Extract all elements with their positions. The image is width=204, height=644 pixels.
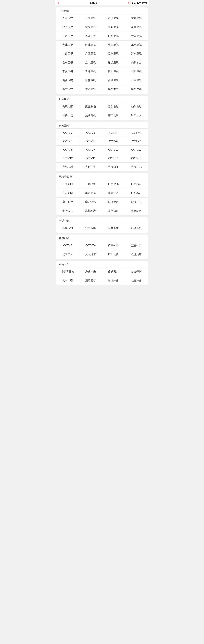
grid-item[interactable]: 深圳卫视 <box>125 23 148 32</box>
grid-item[interactable]: 酒吧慢摇 <box>79 276 102 285</box>
grid-item[interactable]: 央视军事 <box>79 162 102 172</box>
grid-item[interactable]: 广州少儿 <box>102 180 125 189</box>
grid-item[interactable]: 河北卫视 <box>79 40 102 50</box>
grid-item[interactable]: 安徽卫视 <box>79 23 102 32</box>
grid-item[interactable]: CCTV7 <box>125 137 148 146</box>
grid-item[interactable]: 东方卫视 <box>125 14 148 23</box>
grid-item[interactable]: 陕西卫视 <box>125 67 148 76</box>
grid-item[interactable]: 动作电影 <box>125 102 148 111</box>
grid-item[interactable]: 嘉兴综合 <box>125 206 148 215</box>
grid-item[interactable]: 云南卫视 <box>125 76 148 85</box>
grid-item[interactable]: 华龙直播盒 <box>56 268 79 276</box>
grid-item[interactable]: 江西卫视 <box>56 32 79 40</box>
grid-item[interactable]: 北京卫视 <box>56 23 79 32</box>
grid-item[interactable]: 青海卫视 <box>79 67 102 76</box>
grid-item[interactable]: 央视电影 <box>56 102 79 111</box>
grid-item[interactable]: 吉林卫视 <box>56 58 79 67</box>
grid-item[interactable]: 广西卫视 <box>79 50 102 58</box>
grid-item[interactable]: 都市剧场 <box>102 111 125 120</box>
grid-item[interactable]: 汽车大碟 <box>56 276 79 285</box>
grid-item[interactable]: 重庆卫视 <box>102 40 125 50</box>
grid-item[interactable]: 温州经济 <box>79 206 102 215</box>
grid-item[interactable]: CCTV5+ <box>79 241 102 250</box>
grid-item[interactable]: 凤凰资讯 <box>125 85 148 94</box>
grid-item[interactable]: CCTV4 <box>125 128 148 137</box>
grid-item[interactable]: 深圳都市 <box>102 198 125 206</box>
grid-item[interactable]: CCTV5 <box>56 241 79 250</box>
grid-item[interactable]: 经典大片 <box>125 111 148 120</box>
grid-item[interactable]: 广州经济 <box>79 180 102 189</box>
grid-item[interactable]: CCTV8 <box>56 146 79 154</box>
grid-item[interactable]: 北京体育 <box>56 250 79 259</box>
grid-item[interactable]: 广州竞赛 <box>102 250 125 259</box>
grid-item[interactable]: 喜剧电影 <box>102 102 125 111</box>
grid-item[interactable]: 嘉佳卡通 <box>56 224 79 233</box>
grid-item[interactable]: CCTV12 <box>56 154 79 162</box>
grid-item[interactable]: 伤感男人 <box>102 268 125 276</box>
grid-item[interactable]: CCTV3 <box>102 128 125 137</box>
grid-item[interactable]: 宁夏卫视 <box>56 67 79 76</box>
grid-item[interactable]: CCTV14 <box>102 154 125 162</box>
grid-item[interactable]: 金鹰卡通 <box>102 224 125 233</box>
grid-item[interactable]: 央视新闻 <box>102 162 125 172</box>
grid-item[interactable]: CCTV15 <box>125 154 148 162</box>
grid-item[interactable]: 发烧慢摇 <box>125 268 148 276</box>
grid-item[interactable]: 甘肃卫视 <box>56 50 79 58</box>
grid-item[interactable]: 五星体育 <box>125 241 148 250</box>
grid-item[interactable]: 广东卫视 <box>102 32 125 40</box>
grid-item[interactable]: 经典剧场 <box>56 111 79 120</box>
grid-item[interactable]: 风云足球 <box>79 250 102 259</box>
grid-item[interactable]: 辽宁卫视 <box>79 58 102 67</box>
grid-item[interactable]: 南方综艺 <box>79 198 102 206</box>
grid-item[interactable]: 湖北卫视 <box>56 40 79 50</box>
grid-item[interactable]: 央视音乐 <box>56 162 79 172</box>
grid-item[interactable]: 炫动卡通 <box>125 224 148 233</box>
grid-item[interactable]: 广东新闻 <box>56 189 79 198</box>
grid-item[interactable]: CCTV2 <box>79 128 102 137</box>
grid-item[interactable]: 内蒙古台 <box>125 58 148 67</box>
grid-item[interactable]: 广东体育 <box>102 241 125 250</box>
grid-item[interactable]: CCTV1 <box>56 128 79 137</box>
grid-item[interactable]: 贵州卫视 <box>102 50 125 58</box>
grid-item[interactable]: 河南卫视 <box>125 50 148 58</box>
grid-item[interactable]: 央视少儿 <box>125 162 148 172</box>
grid-item[interactable]: 金华公共 <box>56 206 79 215</box>
grid-item[interactable]: 黑龙江台 <box>79 32 102 40</box>
grid-item[interactable]: 欧洲足球 <box>125 250 148 259</box>
grid-item[interactable]: 山西卫视 <box>56 76 79 85</box>
grid-item[interactable]: CCTV10 <box>102 146 125 154</box>
grid-item[interactable]: CCTV9 <box>79 146 102 154</box>
grid-item[interactable]: 浙江卫视 <box>102 14 125 23</box>
grid-item[interactable]: CCTV11 <box>125 146 148 154</box>
grid-item[interactable]: 温州都市 <box>102 206 125 215</box>
grid-item[interactable]: CCTV6 <box>102 137 125 146</box>
grid-item[interactable]: 广东珠江 <box>125 189 148 198</box>
grid-item[interactable]: 广州新闻 <box>56 180 79 189</box>
grid-item[interactable]: 经典串烧 <box>79 268 102 276</box>
grid-item[interactable]: 西藏卫视 <box>102 76 125 85</box>
grid-item[interactable]: 香港卫视 <box>79 85 102 94</box>
grid-item[interactable]: CCTV13 <box>79 154 102 162</box>
grid-item[interactable]: 广州综合 <box>125 180 148 189</box>
grid-item[interactable]: 天津卫视 <box>125 32 148 40</box>
grid-item[interactable]: 山东卫视 <box>102 23 125 32</box>
grid-item[interactable]: 旅游卫视 <box>102 58 125 67</box>
grid-item[interactable]: 北京卡酷 <box>79 224 102 233</box>
grid-item[interactable]: 热播电视 <box>79 111 102 120</box>
grid-item[interactable]: 东南卫视 <box>125 40 148 50</box>
grid-item[interactable]: 南方卫视 <box>56 85 79 94</box>
grid-item[interactable]: 南方影视 <box>56 198 79 206</box>
grid-item[interactable]: 四川卫视 <box>102 67 125 76</box>
grid-item[interactable]: 激情舞曲 <box>102 276 125 285</box>
grid-item[interactable]: 凤凰中文 <box>102 85 125 94</box>
grid-item[interactable]: 江苏卫视 <box>79 14 102 23</box>
grid-item[interactable]: 南方经济 <box>102 189 125 198</box>
grid-item[interactable]: 深圳公共 <box>125 198 148 206</box>
grid-item[interactable]: 家庭剧场 <box>79 102 102 111</box>
grid-item[interactable]: 新疆卫视 <box>79 76 102 85</box>
grid-item[interactable]: 电音舞曲 <box>125 276 148 285</box>
grid-item[interactable]: 湖南卫视 <box>56 14 79 23</box>
grid-item[interactable]: 南方卫视 <box>79 189 102 198</box>
grid-item[interactable]: CCTV5 <box>56 137 79 146</box>
grid-item[interactable]: CCTV5+ <box>79 137 102 146</box>
